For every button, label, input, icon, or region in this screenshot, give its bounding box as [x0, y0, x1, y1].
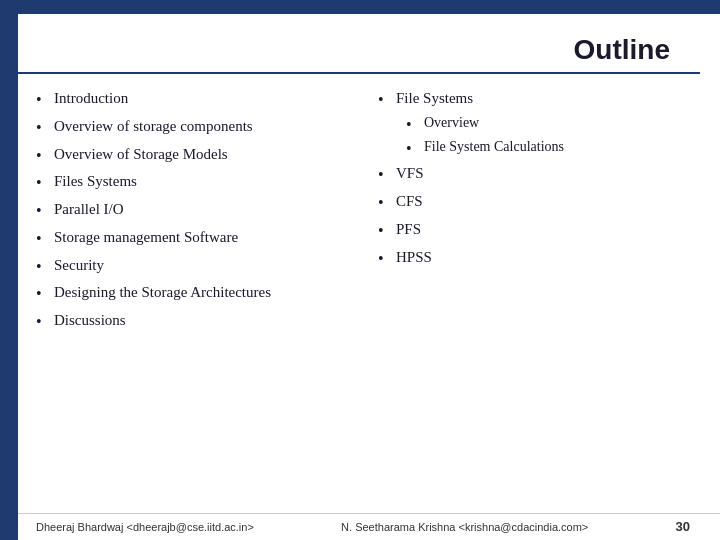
list-item: Overview of Storage Models [36, 144, 348, 166]
list-item: VFS [378, 163, 690, 185]
list-item: Parallel I/O [36, 199, 348, 221]
list-item: CFS [378, 191, 690, 213]
list-item: Storage management Software [36, 227, 348, 249]
sub-list-item: File System Calculations [406, 137, 690, 157]
right-column: File Systems Overview File System Calcul… [368, 88, 690, 505]
list-item: HPSS [378, 247, 690, 269]
list-item-text: File Systems [396, 90, 473, 106]
list-item: Discussions [36, 310, 348, 332]
right-list: File Systems Overview File System Calcul… [378, 88, 690, 268]
list-item: Overview of storage components [36, 116, 348, 138]
list-item: PFS [378, 219, 690, 241]
slide: Outline Introduction Overview of storage… [0, 0, 720, 540]
left-column: Introduction Overview of storage compone… [36, 88, 358, 505]
sub-list-item: Overview [406, 113, 690, 133]
footer-center: N. Seetharama Krishna <krishna@cdacindia… [341, 521, 588, 533]
footer-left: Dheeraj Bhardwaj <dheerajb@cse.iitd.ac.i… [36, 521, 254, 533]
slide-title: Outline [58, 34, 670, 66]
footer-page: 30 [676, 519, 690, 534]
list-item: File Systems Overview File System Calcul… [378, 88, 690, 157]
sub-list: Overview File System Calculations [406, 113, 690, 158]
list-item: Introduction [36, 88, 348, 110]
left-list: Introduction Overview of storage compone… [36, 88, 348, 332]
slide-header: Outline [18, 14, 700, 74]
list-item: Security [36, 255, 348, 277]
slide-footer: Dheeraj Bhardwaj <dheerajb@cse.iitd.ac.i… [0, 513, 720, 540]
list-item: Files Systems [36, 171, 348, 193]
list-item: Designing the Storage Architectures [36, 282, 348, 304]
slide-content: Introduction Overview of storage compone… [0, 74, 720, 513]
